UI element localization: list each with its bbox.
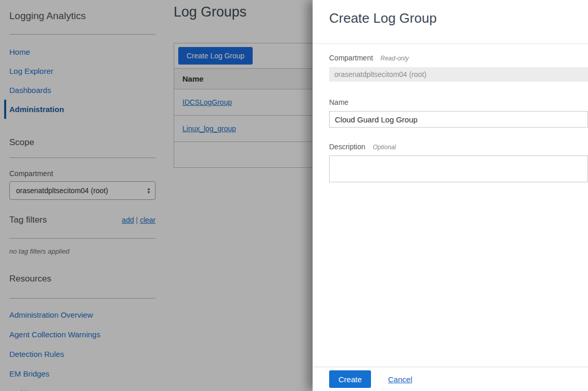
resource-link-detection-rules[interactable]: Detection Rules (9, 345, 100, 364)
compartment-label: Compartment (9, 169, 53, 178)
panel-title: Create Log Group (329, 10, 437, 26)
sidebar-item-administration[interactable]: Administration (4, 100, 159, 119)
name-field-label: Name (329, 98, 348, 106)
compartment-select-value: orasenatdpltsecitom04 (root) (16, 186, 147, 195)
compartment-field-label: Compartment (329, 54, 373, 62)
tag-filters-clear-link[interactable]: clear (140, 216, 156, 224)
description-textarea[interactable] (329, 155, 588, 182)
updown-chevron-icon: ▴▾ (147, 187, 150, 194)
tag-filters-heading: Tag filters (9, 215, 47, 225)
sidebar-title: Logging Analytics (9, 10, 86, 22)
divider (9, 34, 156, 35)
compartment-select[interactable]: orasenatdpltsecitom04 (root) ▴▾ (9, 181, 156, 200)
description-field-label: Description (329, 143, 365, 151)
create-button[interactable]: Create (329, 370, 371, 388)
page-title: Log Groups (174, 4, 246, 20)
tag-filters-row: Tag filters add | clear (9, 215, 156, 225)
panel-footer: Create Cancel (313, 367, 588, 391)
compartment-readonly-hint: Read-only (380, 55, 409, 62)
resources-heading: Resources (9, 274, 51, 284)
log-group-link-idcs[interactable]: IDCSLogGroup (182, 98, 232, 106)
resource-link-administration-overview[interactable]: Administration Overview (9, 305, 100, 325)
divider (9, 158, 156, 158)
resources-list: Administration Overview Agent Collection… (9, 305, 100, 391)
sidebar-item-log-explorer[interactable]: Log Explorer (4, 61, 159, 81)
log-group-link-linux[interactable]: Linux_log_group (182, 124, 236, 133)
sidebar: Logging Analytics Home Log Explorer Dash… (0, 0, 165, 391)
sidebar-item-home[interactable]: Home (4, 42, 159, 61)
name-input[interactable] (329, 111, 588, 128)
create-log-group-panel: Create Log Group Compartment Read-only o… (313, 0, 588, 391)
create-log-group-button[interactable]: Create Log Group (178, 47, 253, 65)
tag-filters-separator: | (136, 216, 138, 224)
divider (9, 238, 156, 239)
tag-filters-add-link[interactable]: add (122, 216, 134, 224)
create-log-group-form: Compartment Read-only orasenatdpltsecito… (329, 53, 588, 184)
resource-link-entities[interactable]: Entities (9, 384, 100, 391)
tag-filters-empty-text: no tag filters applied (9, 247, 69, 255)
divider (313, 43, 588, 44)
description-optional-hint: Optional (373, 144, 396, 151)
resource-link-agent-collection-warnings[interactable]: Agent Collection Warnings (9, 325, 100, 345)
resource-link-em-bridges[interactable]: EM Bridges (9, 364, 100, 384)
compartment-readonly-value: orasenatdpltsecitom04 (root) (329, 67, 588, 82)
scope-heading: Scope (9, 137, 34, 148)
sidebar-item-dashboards[interactable]: Dashboards (4, 81, 159, 100)
cancel-link[interactable]: Cancel (388, 375, 412, 384)
divider (9, 298, 156, 299)
sidebar-nav: Home Log Explorer Dashboards Administrat… (4, 42, 159, 119)
